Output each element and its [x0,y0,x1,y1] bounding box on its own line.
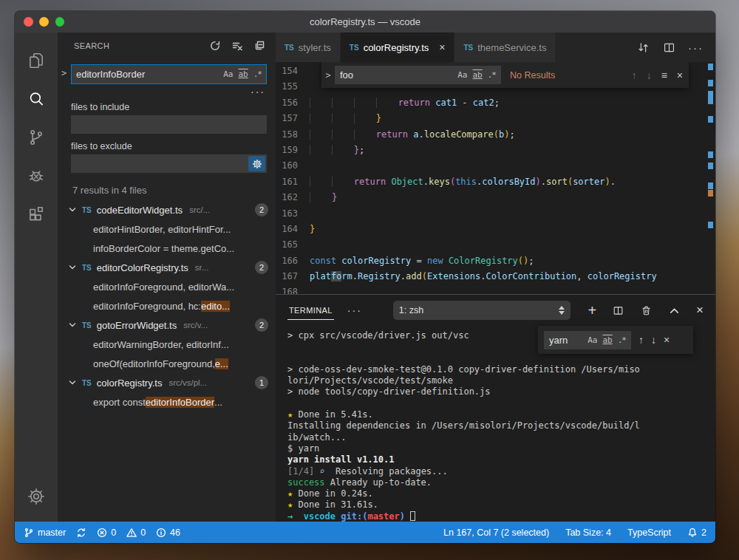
kill-terminal-icon[interactable] [640,304,653,317]
refresh-icon[interactable] [209,40,221,52]
search-result-match-row[interactable]: editorInfoForeground, hc: edito... [58,296,276,315]
line-number: 161 [276,174,310,190]
result-file-name: editorColorRegistry.ts [97,262,188,273]
ruler-match-mark [708,151,713,158]
status-branch[interactable]: master [24,527,66,538]
terminal-line: yarn install v1.10.1 [287,454,715,465]
status-error[interactable]: 0 [97,527,116,538]
panel-more-actions-button[interactable]: ··· [347,304,362,316]
search-result-match-row[interactable]: infoBorderColor = theme.getCo... [58,239,276,258]
match-text-highlight: e... [215,358,228,369]
line-content: platform.Registry.add(Extensions.ColorCo… [310,269,657,284]
collapse-all-icon[interactable] [253,40,265,52]
activity-item-search[interactable] [18,80,54,118]
search-result-match-row[interactable]: editorWarningBorder, editorInf... [58,335,276,354]
toggle-replace-chevron[interactable]: > [61,68,67,78]
match-case-toggle[interactable]: Aa [223,69,233,79]
match-text-highlight: editorInfoBorder [146,397,214,408]
code-line: 163 [276,206,715,222]
status-warning[interactable]: 0 [126,527,146,538]
status-tab[interactable]: Tab Size: 4 [565,527,611,538]
open-changes-icon[interactable] [636,41,650,55]
activity-item-settings[interactable] [18,477,54,516]
search-result-match-row[interactable]: oneOf(editorInfoForeground, e... [58,354,276,373]
terminal-find-input-box: Aa ab .* [544,331,631,349]
status-sync[interactable] [76,527,86,538]
zoom-window-button[interactable] [55,17,64,27]
status-info[interactable]: 46 [156,527,180,538]
tab-colorRegistry-ts[interactable]: TScolorRegistry.ts× [341,33,455,62]
regex-toggle[interactable]: .* [618,335,626,345]
close-find-icon[interactable]: × [664,334,670,346]
status-ln[interactable]: Ln 167, Col 7 (2 selected) [443,527,549,538]
result-file-name: colorRegistry.ts [97,378,163,389]
use-exclude-settings-button[interactable] [248,156,265,171]
code-line: 165 [276,237,715,253]
more-actions-button[interactable]: ··· [688,41,704,54]
result-file-path: src/vs/pl... [168,378,251,387]
activity-item-debug[interactable] [18,157,54,195]
ruler-match-mark [708,163,713,169]
next-match-icon[interactable]: ↓ [647,69,652,81]
files-to-include-input[interactable] [71,115,267,134]
search-result-file-row[interactable]: TScolorRegistry.tssrc/vs/pl...1 [58,373,276,392]
terminal-line: ★ Done in 0.24s. [287,488,715,499]
find-in-selection-icon[interactable]: ≡ [661,69,667,81]
toggle-replace-chevron[interactable]: > [321,70,335,81]
whole-word-toggle[interactable]: ab [603,335,613,345]
explorer-icon [27,51,46,70]
search-result-match-row[interactable]: editorInfoForeground, editorWa... [58,277,276,296]
minimize-window-button[interactable] [39,17,49,27]
whole-word-toggle[interactable]: ab [239,69,248,79]
regex-toggle[interactable]: .* [488,70,496,80]
new-terminal-icon[interactable]: + [588,304,596,316]
previous-match-icon[interactable]: ↑ [632,69,637,81]
code-editor[interactable]: > Aa ab .* No Results ↑ ↓ ≡ [276,62,715,294]
search-result-file-row[interactable]: TSgotoErrorWidget.tssrc/v...2 [58,315,276,335]
files-to-exclude-input[interactable] [71,154,267,173]
toggle-search-details-button[interactable]: ··· [58,87,276,96]
close-find-icon[interactable]: × [677,69,683,81]
activity-item-extensions[interactable] [18,195,54,233]
terminal-instance-select[interactable]: 1: zsh [393,301,571,320]
close-panel-icon[interactable]: × [696,303,704,318]
overview-ruler[interactable] [706,62,715,294]
activity-item-explorer[interactable] [18,41,54,80]
line-number: 164 [276,222,310,237]
info-icon [156,527,166,538]
terminal-panel-tab[interactable]: TERMINAL [287,301,334,320]
warning-icon [126,527,137,538]
result-file-path: src/v... [183,321,251,329]
previous-match-icon[interactable]: ↑ [638,334,644,346]
terminal-find-widget: Aa ab .* ↑ ↓ × [538,326,693,354]
clear-search-results-icon[interactable] [231,40,243,52]
activity-item-scm[interactable] [18,118,54,157]
status-bell[interactable]: 2 [687,527,706,538]
find-input[interactable] [340,69,457,81]
search-input[interactable] [76,69,223,80]
status-typescript[interactable]: TypeScript [627,527,671,538]
terminal-output[interactable]: > cpx src/vscode/driver.js out/vsc> code… [276,326,715,522]
code-line: 167platform.Registry.add(Extensions.Colo… [276,269,715,284]
close-window-button[interactable] [24,17,33,27]
code-line: 166const colorRegistry = new ColorRegist… [276,253,715,269]
terminal-find-input[interactable] [549,335,588,346]
search-result-match-row[interactable]: editorHintBorder, editorHintFor... [58,219,276,239]
next-match-icon[interactable]: ↓ [651,334,656,346]
tab-themeService-ts[interactable]: TSthemeService.ts [454,33,556,62]
line-content: } [310,111,381,126]
split-terminal-icon[interactable] [612,304,624,317]
tab-styler-ts[interactable]: TSstyler.ts [276,33,341,62]
search-result-file-row[interactable]: TScodeEditorWidget.tssrc/...2 [58,200,276,219]
code-line: 168 [276,284,715,294]
match-case-toggle[interactable]: Aa [457,70,467,80]
search-result-match-row[interactable]: export const editorInfoBorder ... [58,392,276,412]
whole-word-toggle[interactable]: ab [473,70,483,80]
close-tab-icon[interactable]: × [439,41,445,53]
match-case-toggle[interactable]: Aa [588,335,597,345]
result-file-path: src/... [189,205,251,214]
regex-toggle[interactable]: .* [253,69,262,79]
split-editor-icon[interactable] [662,41,676,55]
search-result-file-row[interactable]: TSeditorColorRegistry.tssr...2 [58,258,276,277]
maximize-panel-icon[interactable] [668,304,681,317]
